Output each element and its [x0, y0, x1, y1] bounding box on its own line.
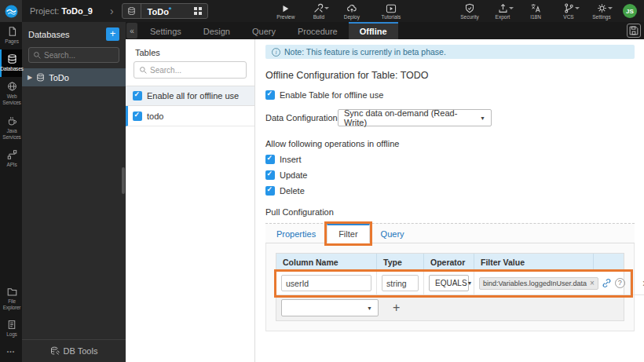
data-configuration-label: Data Configuration [265, 113, 338, 122]
checkbox-checked-icon[interactable] [133, 91, 142, 101]
checkbox-checked-icon[interactable] [133, 112, 142, 121]
type-input[interactable] [382, 275, 419, 291]
operation-update-row[interactable]: Update [265, 170, 635, 180]
checkbox-checked-icon[interactable] [265, 186, 275, 196]
sidebar-item-web-services[interactable]: Web Services [0, 77, 22, 111]
save-button[interactable] [627, 24, 641, 38]
operation-delete-row[interactable]: Delete [265, 186, 635, 196]
operation-insert-row[interactable]: Insert [265, 155, 635, 164]
enable-all-offline-row[interactable]: Enable all for offline use [126, 86, 254, 106]
build-button[interactable]: Build [309, 2, 329, 20]
sidebar-item-databases[interactable]: Databases [0, 49, 22, 77]
help-icon[interactable]: ? [615, 278, 625, 288]
tab-design[interactable]: Design [192, 22, 241, 39]
database-tree-item-todo[interactable]: ▶ ToDo [22, 68, 126, 86]
topbar: Project: ToDo_9 › ToDo* Preview [0, 0, 644, 22]
new-column-select[interactable]: ▼ [281, 299, 379, 316]
operations-label: Allow following operations in offline [265, 139, 635, 148]
dropdown-arrow-icon: ▼ [367, 305, 372, 311]
checkbox-checked-icon[interactable] [265, 155, 275, 164]
project-title: Project: ToDo_9 [30, 6, 93, 16]
remove-bind-icon[interactable]: × [590, 280, 595, 287]
table-row-todo[interactable]: todo [126, 106, 254, 126]
preview-button[interactable]: Preview [276, 2, 296, 20]
filter-table-header: Column Name Type Operator Filter Value [276, 254, 624, 272]
api-nodes-icon [7, 149, 17, 160]
filter-row-annotated-region: EQUALS ▼ bind:Variables.loggedInUser.dat… [276, 272, 631, 295]
enable-table-offline-row[interactable]: Enable Table for offline use [265, 90, 635, 100]
caret-down-icon [575, 7, 580, 12]
add-filter-button[interactable]: + [393, 302, 400, 314]
db-panel-scrollbar[interactable] [122, 167, 125, 194]
tutorials-button[interactable]: Tutorials [381, 2, 401, 20]
expand-caret-icon[interactable]: ▶ [27, 74, 32, 81]
header-filter-value: Filter Value [474, 254, 594, 272]
column-name-input[interactable] [281, 275, 371, 291]
add-database-button[interactable]: + [106, 27, 119, 41]
pull-tab-filter[interactable]: Filter [327, 224, 369, 243]
filter-table-footer: ▼ + [276, 295, 624, 320]
vcs-button[interactable]: VCS [558, 2, 579, 20]
log-file-icon [7, 320, 16, 330]
tables-search-input[interactable] [150, 66, 236, 75]
data-configuration-row: Data Configuration Sync data on-demand (… [265, 109, 635, 126]
operator-select[interactable]: EQUALS ▼ [429, 275, 469, 291]
coffee-cup-icon [7, 115, 17, 126]
sidebar-item-file-explorer[interactable]: File Explorer [0, 283, 22, 316]
artifact-name: ToDo* [141, 5, 174, 16]
beta-note-banner: i Note: This feature is currently in bet… [265, 45, 635, 59]
databases-panel: Databases + ▶ ToDo DB Tools [22, 22, 126, 362]
sidebar-more-button[interactable]: ••• [0, 342, 22, 362]
left-icon-sidebar: Pages Databases Web Services Java Servic… [0, 22, 22, 362]
databases-search[interactable] [28, 47, 119, 63]
shield-icon [465, 2, 474, 13]
collapse-panel-button[interactable]: « [126, 23, 137, 38]
video-icon [386, 2, 397, 13]
tables-search[interactable] [134, 61, 247, 79]
checkbox-checked-icon[interactable] [265, 90, 275, 100]
sidebar-item-apis[interactable]: APIs [0, 145, 22, 173]
sidebar-item-logs[interactable]: Logs [0, 316, 22, 342]
sidebar-item-java-services[interactable]: Java Services [0, 112, 22, 145]
database-icon [36, 73, 45, 82]
cell-row-actions: × [631, 272, 644, 295]
cell-operator: EQUALS ▼ [424, 272, 474, 295]
cell-column-name [276, 272, 377, 295]
filter-table: Column Name Type Operator Filter Value [276, 253, 624, 321]
cloud-upload-icon [346, 2, 357, 13]
bind-value-chip[interactable]: bind:Variables.loggedInUser.data × [479, 277, 598, 290]
tab-query[interactable]: Query [241, 22, 287, 39]
tab-procedure[interactable]: Procedure [287, 22, 349, 39]
bind-link-icon[interactable] [602, 278, 612, 288]
caret-down-icon [324, 7, 329, 12]
topbar-actions-right: Security Export I18N [453, 2, 618, 20]
settings-button[interactable]: Settings [591, 2, 612, 20]
export-button[interactable]: Export [492, 2, 513, 20]
databases-search-input[interactable] [44, 51, 115, 60]
deploy-button[interactable]: Deploy [342, 2, 362, 20]
apps-grid-icon[interactable] [194, 7, 202, 15]
checkbox-checked-icon[interactable] [265, 170, 275, 180]
pull-configuration-label: Pull Configuration [265, 207, 635, 217]
dropdown-arrow-icon: ▼ [467, 280, 473, 286]
tab-offline[interactable]: Offline [349, 22, 398, 39]
user-avatar[interactable]: JS [623, 4, 637, 18]
sidebar-item-pages[interactable]: Pages [0, 22, 22, 49]
cell-type [377, 272, 424, 295]
pull-filter-panel: Column Name Type Operator Filter Value [265, 243, 635, 331]
i18n-button[interactable]: I18N [525, 2, 546, 20]
chevron-right-icon: › [110, 5, 114, 16]
folder-icon [7, 287, 17, 297]
tables-panel-title: Tables [126, 39, 254, 61]
modified-indicator: * [169, 5, 172, 13]
pull-tab-properties[interactable]: Properties [265, 224, 327, 243]
tab-settings[interactable]: Settings [139, 22, 192, 39]
cell-filter-value: bind:Variables.loggedInUser.data × ? [474, 272, 631, 295]
pull-tab-query[interactable]: Query [370, 224, 415, 243]
db-tools-button[interactable]: DB Tools [22, 339, 126, 362]
artifact-tab-todo[interactable]: ToDo* [122, 3, 208, 19]
sidebar-spacer [0, 173, 22, 283]
security-button[interactable]: Security [459, 2, 480, 20]
app-logo[interactable] [0, 0, 22, 22]
data-configuration-select[interactable]: Sync data on-demand (Read-Write) ▼ [338, 109, 492, 126]
